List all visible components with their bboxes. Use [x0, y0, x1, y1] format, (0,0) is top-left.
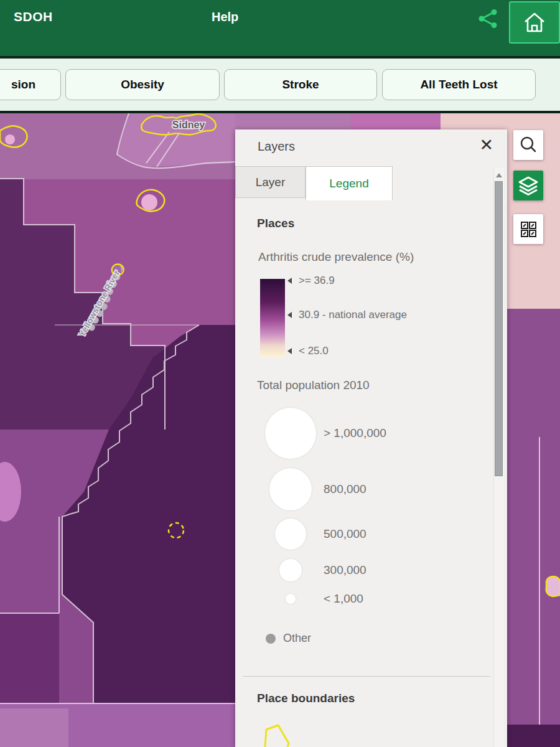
search-button[interactable]: [513, 130, 543, 160]
map-region: [235, 113, 351, 129]
map-label-city: Sidney: [172, 120, 205, 130]
scrollbar-thumb[interactable]: [495, 181, 503, 476]
sdoh-map-app: Sidney Yellowstone River SDOH Help: [0, 0, 560, 747]
basemap-grid-icon: [513, 214, 543, 244]
population-symbol: [269, 468, 312, 510]
place-boundaries-heading: Place boundaries: [257, 692, 355, 705]
population-legend-title: Total population 2010: [257, 378, 370, 392]
population-size-label: 800,000: [324, 482, 366, 496]
tab-legend[interactable]: Legend: [306, 166, 393, 200]
basemap-button[interactable]: [513, 214, 543, 244]
places-heading: Places: [257, 217, 294, 230]
map-region: [0, 613, 59, 708]
place-marker: [5, 134, 15, 144]
map-region: [507, 725, 560, 747]
help-link[interactable]: Help: [212, 10, 238, 24]
app-header: SDOH Help: [0, 0, 560, 56]
tab-layer[interactable]: Layer: [235, 166, 306, 198]
map-region: [0, 708, 68, 747]
other-label: Other: [283, 632, 311, 645]
population-size-label: > 1,000,000: [324, 426, 386, 440]
share-icon: [477, 7, 499, 30]
ramp-stop-label: 30.9 - national average: [299, 309, 407, 321]
other-symbol: [266, 634, 276, 644]
share-button[interactable]: [477, 7, 499, 30]
ramp-marker-icon: [287, 312, 292, 318]
color-ramp: [260, 279, 285, 357]
panel-scrollbar[interactable]: [493, 168, 504, 747]
layers-icon: [513, 171, 543, 200]
population-size-label: 300,000: [324, 563, 366, 577]
scroll-up-icon[interactable]: [496, 173, 502, 177]
panel-title: Layers: [258, 139, 295, 154]
map-region: [507, 309, 560, 725]
measure-tab-all-teeth-lost[interactable]: All Teeth Lost: [382, 69, 536, 100]
ramp-marker-icon: [287, 348, 292, 354]
measure-tab-label: sion: [11, 78, 35, 92]
section-divider: [243, 676, 490, 677]
search-icon: [513, 130, 543, 160]
population-symbol: [265, 408, 316, 459]
ramp-stop-label: < 25.0: [299, 345, 329, 357]
place-boundary-symbol: [260, 715, 297, 747]
measure-tab-cut[interactable]: sion: [0, 69, 61, 100]
layers-panel: Layers ✕ Layer Legend Places Arthritis c…: [235, 129, 507, 747]
layers-button[interactable]: [513, 171, 543, 200]
map-region: [351, 113, 441, 129]
measure-tab-bar: sion Obesity Stroke All Teeth Lost: [0, 56, 560, 113]
tab-layer-label: Layer: [256, 176, 286, 189]
home-button[interactable]: [509, 1, 560, 44]
population-symbol: [275, 519, 306, 550]
measure-tab-obesity[interactable]: Obesity: [65, 69, 220, 100]
ramp-stop-label: >= 36.9: [299, 275, 335, 287]
close-icon[interactable]: ✕: [479, 137, 493, 154]
app-title: SDOH: [14, 9, 53, 24]
tab-legend-label: Legend: [329, 177, 368, 190]
ramp-marker-icon: [287, 278, 292, 284]
population-size-label: < 1,000: [324, 592, 363, 606]
measure-tab-label: Obesity: [121, 78, 164, 92]
home-icon: [521, 9, 548, 36]
place-marker: [141, 194, 157, 210]
measure-tab-label: Stroke: [282, 78, 319, 92]
population-size-label: 500,000: [324, 527, 366, 541]
population-symbol: [286, 594, 296, 604]
measure-tab-label: All Teeth Lost: [420, 78, 497, 92]
population-symbol: [279, 559, 302, 581]
arthritis-legend-title: Arthritis crude prevalence (%): [258, 250, 414, 264]
measure-tab-stroke[interactable]: Stroke: [224, 69, 377, 100]
